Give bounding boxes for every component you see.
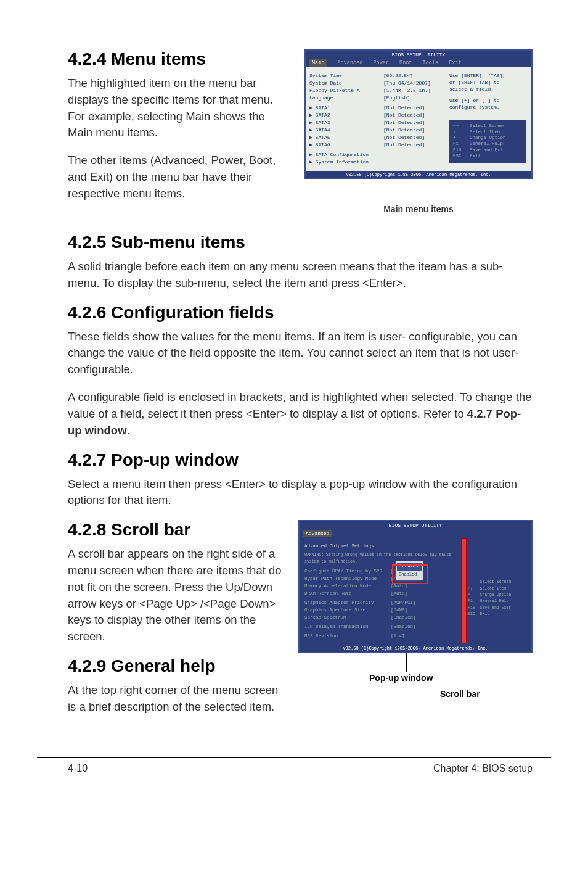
para-426-1: These fields show the values for the men… [68, 329, 533, 378]
row-systime-label: System Time [309, 72, 383, 80]
row-floppy-val: [1.44M, 3.5 in.] [383, 87, 431, 94]
row-sata5-val: [Not Detected] [383, 134, 425, 141]
row-floppy-label: Floppy Diskette A [309, 87, 383, 94]
help-line4: Use [+] or [-] to [449, 97, 526, 104]
scroll-callout-line [462, 653, 462, 687]
bios2-footer: v02.58 (C)Copyright 1985-2006, American … [300, 645, 531, 652]
row-sata2-val: [Not Detected] [383, 112, 425, 119]
bios2-row1-label: Hyper Path Technology Mode [304, 575, 391, 582]
popup-window: Disabled Enabled [395, 561, 423, 580]
caption-scroll: Scroll bar [440, 689, 480, 699]
para-424-1: The highlighted item on the menu bar dis… [68, 75, 286, 141]
para-426-2c: . [127, 424, 130, 437]
row-sata4-val: [Not Detected] [383, 126, 425, 134]
row-lang-label: Language [309, 94, 383, 102]
chapter-label: Chapter 4: BIOS setup [433, 763, 533, 774]
bios2-main-panel: Advanced Chipset Settings WARNING: Setti… [304, 542, 463, 640]
row-sata1-label: ▶ SATA1 [309, 104, 383, 112]
heading-424: 4.2.4 Menu items [68, 49, 286, 69]
bios-tabs: Main Advanced Power Boot Tools Exit [306, 59, 531, 67]
bios-nav-keys: ←→ Select Screen ↑↓ Select Item +- Chang… [449, 120, 526, 163]
bios2-row3-label: DRAM Refresh Rate [304, 590, 391, 597]
heading-425: 4.2.5 Sub-menu items [68, 233, 533, 252]
row-sata3-label: ▶ SATA3 [309, 119, 383, 126]
caption-main-menu: Main menu items [304, 204, 533, 214]
popup-callout-line [406, 653, 407, 672]
tab-tools: Tools [423, 60, 439, 66]
bios2-tab: Advanced [300, 529, 531, 537]
bios-footer: v02.58 (C)Copyright 1985-2006, American … [306, 171, 531, 178]
bios2-row2-1-label: Graphics Aperture Size [304, 606, 391, 614]
help-line5: configure system. [449, 104, 526, 110]
bios-help-panel: Use [ENTER], [TAB], or [SHIFT-TAB] to se… [444, 67, 531, 171]
row-sataconfig: ▶ SATA Configuration [309, 151, 440, 159]
popup-opt0: Disabled [397, 563, 422, 571]
bios2-row2-0-val: [AGP/PCI] [391, 599, 416, 606]
callout-line [419, 179, 419, 195]
bios2-row2-val: [Auto] [391, 582, 407, 590]
row-sata5-label: ▶ SATA5 [309, 134, 383, 141]
caption-popup: Pop-up window [369, 673, 433, 683]
help-line1: Use [ENTER], [TAB], [449, 72, 526, 79]
popup-opt1: Enabled [397, 571, 422, 579]
row-sysdate-val: [Thu 04/14/2007] [383, 80, 431, 87]
bios-main-screenshot: BIOS SETUP UTILITY Main Advanced Power B… [304, 49, 533, 179]
bios2-row2-3-val: [Enabled] [391, 623, 416, 630]
tab-exit: Exit [449, 60, 461, 66]
tab-main: Main [309, 59, 327, 67]
para-426-2: A configurable field is enclosed in brac… [68, 389, 533, 439]
row-sata6-label: ▶ SATA6 [309, 141, 383, 149]
bios2-nav: ←→ Select Screen ↑↓ Select Item +- Chang… [468, 579, 526, 617]
row-sysdate-label: System Date [309, 80, 383, 87]
bios-title: BIOS SETUP UTILITY [306, 51, 531, 59]
bios2-row0-label: Configure DRAM Timing by SPD [304, 567, 391, 575]
bios2-row2-2-val: [Enabled] [391, 614, 416, 621]
row-sata1-val: [Not Detected] [383, 104, 425, 112]
help-line3: select a field. [449, 86, 526, 93]
page-number: 4-10 [68, 763, 88, 774]
bios-advanced-screenshot: BIOS SETUP UTILITY Advanced Advanced Chi… [298, 520, 533, 653]
row-sata4-label: ▶ SATA4 [309, 126, 383, 134]
row-sata3-val: [Not Detected] [383, 119, 425, 126]
bios2-row2-label: Memory Acceleration Mode [304, 582, 391, 590]
scroll-bar-highlight [461, 538, 467, 643]
para-427-1: Select a menu item then press <Enter> to… [68, 476, 533, 510]
tab-power: Power [373, 60, 389, 66]
bios2-row2-2-label: Spread Spectrum [304, 614, 391, 621]
para-424-2: The other items (Advanced, Power, Boot, … [68, 152, 286, 202]
row-systime-val: [06:22:54] [383, 72, 413, 80]
bios2-warning: WARNING: Setting wrong values in the sec… [304, 552, 463, 565]
heading-427: 4.2.7 Pop-up window [68, 450, 533, 470]
tab-boot: Boot [399, 60, 412, 66]
para-426-2a: A configurable field is enclosed in brac… [68, 390, 531, 420]
bios2-row2-3-label: ICH Delayed Transaction [304, 623, 391, 630]
bios2-row2-1-val: [64MB] [391, 606, 407, 614]
bios2-row3-val: [Auto] [391, 590, 407, 597]
bios2-heading: Advanced Chipset Settings [304, 542, 463, 550]
bios2-row2-4-val: [1.4] [391, 632, 405, 640]
bios2-title: BIOS SETUP UTILITY [300, 521, 531, 529]
row-sysinfo: ▶ System Information [309, 159, 440, 166]
help-line2: or [SHIFT-TAB] to [449, 79, 526, 86]
page-footer: 4-10 Chapter 4: BIOS setup [37, 757, 551, 793]
bios2-help-panel: ←→ Select Screen ↑↓ Select Item +- Chang… [463, 542, 526, 640]
heading-426: 4.2.6 Configuration fields [68, 303, 533, 323]
tab-advanced: Advanced [338, 60, 363, 66]
row-sata2-label: ▶ SATA2 [309, 112, 383, 119]
row-lang-val: [English] [383, 94, 410, 102]
bios2-row2-0-label: Graphics Adapter Priority [304, 599, 391, 606]
para-425-1: A solid triangle before each item on any… [68, 258, 533, 292]
bios-main-panel: System Time[06:22:54] System Date[Thu 04… [306, 67, 444, 171]
bios2-row2-4-label: MPS Revision [304, 632, 391, 640]
row-sata6-val: [Not Detected] [383, 141, 425, 149]
